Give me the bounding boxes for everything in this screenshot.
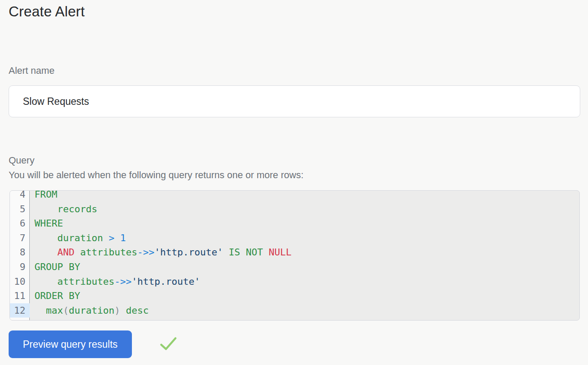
alert-name-input[interactable] bbox=[9, 85, 580, 117]
query-section-header: Query You will be alerted when the follo… bbox=[9, 153, 303, 182]
editor-line[interactable]: 6WHERE bbox=[10, 216, 579, 231]
line-content: ORDER BY bbox=[30, 289, 80, 303]
line-content: GROUP BY bbox=[30, 260, 80, 274]
line-number: 12 bbox=[10, 303, 30, 318]
line-content: records bbox=[30, 202, 97, 217]
line-number: 10 bbox=[10, 274, 30, 289]
line-content: duration > 1 bbox=[30, 231, 126, 245]
page-title: Create Alert bbox=[9, 3, 85, 20]
editor-line[interactable]: 8 AND attributes->>'http.route' IS NOT N… bbox=[10, 245, 579, 260]
line-number: 11 bbox=[10, 289, 30, 303]
editor-code-area[interactable]: 4FROM5 records6WHERE7 duration > 18 AND … bbox=[10, 190, 579, 318]
query-valid-check-icon bbox=[160, 337, 177, 352]
editor-line[interactable]: 10 attributes->>'http.route' bbox=[10, 274, 579, 289]
preview-query-results-button[interactable]: Preview query results bbox=[9, 330, 132, 358]
editor-line[interactable]: 9GROUP BY bbox=[10, 260, 579, 274]
editor-line[interactable]: 11ORDER BY bbox=[10, 289, 579, 303]
line-number: 4 bbox=[10, 190, 30, 202]
line-content: attributes->>'http.route' bbox=[30, 274, 200, 289]
line-number: 6 bbox=[10, 216, 30, 231]
editor-line[interactable]: 12 max(duration) desc bbox=[10, 303, 579, 318]
line-content: AND attributes->>'http.route' IS NOT NUL… bbox=[30, 245, 291, 260]
query-editor[interactable]: 4FROM5 records6WHERE7 duration > 18 AND … bbox=[9, 190, 580, 321]
line-number: 8 bbox=[10, 245, 30, 260]
line-number: 9 bbox=[10, 260, 30, 274]
editor-line[interactable]: 7 duration > 1 bbox=[10, 231, 579, 245]
alert-name-label: Alert name bbox=[9, 65, 54, 76]
query-description: You will be alerted when the following q… bbox=[9, 168, 303, 182]
line-number: 5 bbox=[10, 202, 30, 217]
line-content: FROM bbox=[30, 190, 57, 202]
line-content: WHERE bbox=[30, 216, 63, 231]
line-number: 7 bbox=[10, 231, 30, 245]
editor-line[interactable]: 4FROM bbox=[10, 190, 579, 202]
editor-line[interactable]: 5 records bbox=[10, 202, 579, 217]
line-content: max(duration) desc bbox=[30, 303, 149, 318]
query-label: Query bbox=[9, 153, 303, 168]
